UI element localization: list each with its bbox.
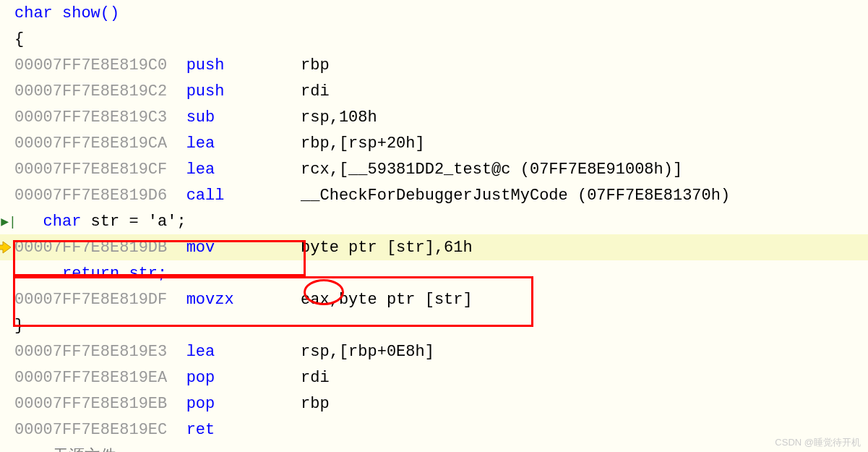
- asm-line: 00007FF7E8E819EC ret: [0, 417, 868, 443]
- operand: rsp,[rbp+0E8h]: [301, 343, 453, 361]
- address: 00007FF7E8E819CF: [14, 161, 167, 179]
- operand: rbp: [301, 395, 348, 413]
- operand: rsp,108h: [301, 108, 396, 127]
- operand: byte ptr [str],61h: [301, 239, 491, 257]
- address: 00007FF7E8E819E3: [14, 343, 167, 361]
- keyword: char: [43, 213, 82, 231]
- mnemonic: lea: [186, 135, 215, 153]
- disassembly-view: char show() { 00007FF7E8E819C0 push rbp …: [0, 0, 868, 452]
- code-text: return str;: [62, 265, 167, 283]
- operand: __CheckForDebuggerJustMyCode (07FF7E8E81…: [301, 187, 749, 205]
- operand: rdi: [301, 82, 348, 101]
- asm-line: 00007FF7E8E819CF lea rcx,[__59381DD2_tes…: [0, 156, 868, 182]
- address: 00007FF7E8E819C0: [14, 56, 167, 74]
- mnemonic: call: [186, 187, 225, 205]
- code-text: {: [14, 30, 24, 48]
- code-line: }: [0, 312, 868, 338]
- code-text: char show(): [14, 4, 119, 22]
- code-line: char show(): [0, 0, 868, 26]
- operand: rcx,[__59381DD2_test@c (07FF7E8E91008h)]: [301, 161, 702, 179]
- mnemonic: lea: [186, 161, 215, 179]
- address: 00007FF7E8E819D6: [14, 187, 167, 205]
- mnemonic: mov: [186, 239, 215, 257]
- dash-suffix: ----------------------------------------…: [116, 448, 670, 452]
- asm-line: 00007FF7E8E819C3 sub rsp,108h: [0, 104, 868, 130]
- mnemonic: movzx: [186, 291, 234, 309]
- execution-pointer-icon: [0, 241, 12, 254]
- asm-line: 00007FF7E8E819CA lea rbp,[rsp+20h]: [0, 130, 868, 156]
- mnemonic: sub: [186, 108, 215, 127]
- asm-line: 00007FF7E8E819C0 push rbp: [0, 52, 868, 78]
- operand: rbp: [301, 56, 348, 74]
- address: 00007FF7E8E819C3: [14, 108, 167, 127]
- address: 00007FF7E8E819EC: [14, 421, 167, 439]
- mnemonic: push: [186, 82, 225, 101]
- code-text: }: [14, 317, 24, 335]
- asm-line: 00007FF7E8E819EB pop rbp: [0, 391, 868, 417]
- source-line: ▶| char str = 'a';: [0, 208, 868, 234]
- operand: eax,byte ptr [str]: [301, 291, 491, 309]
- asm-line: 00007FF7E8E819E3 lea rsp,[rbp+0E8h]: [0, 338, 868, 364]
- address: 00007FF7E8E819EA: [14, 369, 167, 387]
- watermark: CSDN @睡觉待开机: [775, 436, 861, 449]
- code-line: {: [0, 26, 868, 52]
- no-source-line: --- 无源文件 -------------------------------…: [0, 443, 868, 452]
- address: 00007FF7E8E819DF: [14, 291, 167, 309]
- operand: rdi: [301, 369, 348, 387]
- current-asm-line: 00007FF7E8E819DB mov byte ptr [str],61h: [0, 234, 868, 260]
- mnemonic: push: [186, 56, 225, 74]
- dash-prefix: ---: [14, 448, 53, 452]
- address: 00007FF7E8E819EB: [14, 395, 167, 413]
- address: 00007FF7E8E819C2: [14, 82, 167, 101]
- mnemonic: lea: [186, 343, 215, 361]
- operand: rbp,[rsp+20h]: [301, 135, 444, 153]
- code-text: str = 'a';: [81, 213, 186, 231]
- mnemonic: pop: [186, 369, 215, 387]
- asm-line: 00007FF7E8E819C2 push rdi: [0, 78, 868, 104]
- no-source-label: 无源文件: [53, 448, 116, 452]
- asm-line: 00007FF7E8E819DF movzx eax,byte ptr [str…: [0, 286, 868, 312]
- asm-line: 00007FF7E8E819D6 call __CheckForDebugger…: [0, 182, 868, 208]
- source-line: return str;: [0, 260, 868, 286]
- address: 00007FF7E8E819CA: [14, 135, 167, 153]
- mnemonic: pop: [186, 395, 215, 413]
- asm-line: 00007FF7E8E819EA pop rdi: [0, 364, 868, 391]
- mnemonic: ret: [186, 421, 215, 439]
- address: 00007FF7E8E819DB: [14, 239, 167, 257]
